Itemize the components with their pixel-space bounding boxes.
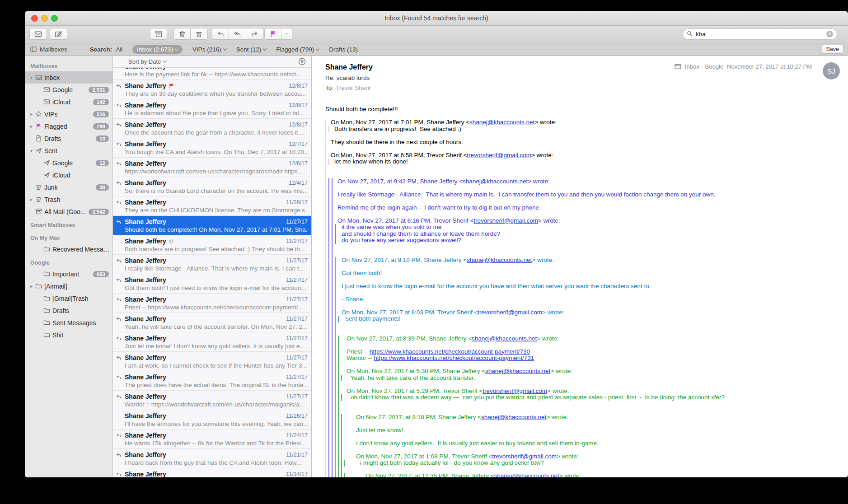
message-list-row[interactable]: Shane Jeffery11/27/17Both transfers are … [113,235,311,255]
clear-search-icon[interactable]: ✕ [826,31,833,37]
row-preview: He wants 15k altogether -- 8k for the Wa… [125,439,308,448]
sidebar-item-all-mail-goo[interactable]: All Mail (Goo...2,542 [25,205,112,218]
sidebar-item-label: iCloud [52,172,112,179]
sidebar-item-drafts[interactable]: Drafts13 [25,132,112,145]
disclosure-triangle-icon[interactable]: ▸ [30,284,35,289]
email-link[interactable]: shanej@khaccounts.net [469,119,534,126]
sidebar-item-google[interactable]: Google2,531 [25,84,112,96]
favorites-item-sent[interactable]: Sent (12) [236,46,267,53]
search-field[interactable]: ✕ [683,28,837,40]
sidebar-item-flagged[interactable]: ▸Flagged799 [25,120,112,132]
mailboxes-toggle-button[interactable]: Mailboxes [30,46,67,53]
message-list-row[interactable]: Shane Jeffery11/27/17I really like Storm… [113,255,311,274]
sidebar-item-inbox[interactable]: ▾Inbox [25,71,112,84]
sidebar-item-recovered-messages[interactable]: Recovered Messages... [25,243,112,255]
favorites-item-drafts[interactable]: Drafts (13) [329,46,358,53]
email-link[interactable]: shanej@khaccounts.net [481,414,546,420]
row-sender: Shane Jeffery [125,238,166,245]
sidebar-item-sent[interactable]: ▾Sent [25,145,112,157]
message-list-row[interactable]: Shane Jeffery11/27/17The priest does hav… [113,371,311,391]
email-link[interactable]: trevorsherif@gmail.com [492,453,557,460]
message-list-row[interactable]: Shane Jeffery12/8/17Here is the payment … [113,68,311,80]
quote-bar [335,362,336,369]
disclosure-triangle-icon[interactable]: ▸ [30,112,35,117]
filter-icon[interactable] [298,58,306,67]
message-list-row[interactable]: Shane Jeffery12/8/17He is adamant about … [113,99,311,119]
get-mail-button[interactable] [29,28,47,40]
message-list-row[interactable]: Shane Jeffery12/8/17They are on 30 day c… [113,80,311,99]
sidebar-item-airmail[interactable]: ▸[Airmail] [25,280,112,292]
message-list-row[interactable]: Shane Jeffery12/6/17https://worldofwarcr… [113,158,311,177]
disclosure-triangle-icon[interactable]: ▸ [30,124,35,129]
message-list-row[interactable]: Shane Jeffery11/27/17Priest -- https://w… [113,294,311,313]
message-list-row[interactable]: Shane Jeffery11/14/17 [113,468,311,477]
quote-bar [332,427,333,434]
sidebar-item-shit[interactable]: Shit [25,329,112,341]
message-list-row[interactable]: Shane Jeffery11/27/17Warrior :: https://… [113,391,311,410]
email-link[interactable]: trevorsherif@gmail.com [478,309,542,316]
delete-button[interactable] [173,28,191,40]
message-list-row[interactable]: Shane Jeffery11/28/17They are on the CHU… [113,196,311,216]
email-link[interactable]: trevorsherif@gmail.com [467,152,531,159]
message-list-row[interactable]: Shane Jeffery11/27/17Should both be comp… [113,216,311,235]
email-link[interactable]: shanej@khaccounts.net [494,472,559,477]
row-date: 11/24/17 [286,432,308,439]
search-input[interactable] [695,30,826,38]
quote-bar [335,231,336,238]
message-list-row[interactable]: Shane Jeffery11/21/17I heard back from t… [113,449,311,468]
email-link[interactable]: shanej@khaccounts.net [485,368,550,374]
unread-badge: 38 [96,184,109,191]
forward-button[interactable] [246,28,263,40]
email-link[interactable]: https://www.khaccounts.net/checkout/acco… [374,355,534,361]
email-link[interactable]: shanej@khaccounts.net [467,257,532,263]
message-list-row[interactable]: Shane Jeffery11/27/17I am at work, so I … [113,352,311,371]
favorites-item-flagged[interactable]: Flagged (799) [276,46,319,53]
favorites-item-vips[interactable]: VIPs (216) [192,46,226,53]
message-list-row[interactable]: Shane Jeffery12/4/17So, there is no Scar… [113,177,311,196]
disclosure-triangle-icon[interactable]: ▾ [30,148,35,153]
message-list-row[interactable]: Shane Jeffery11/26/17I'll have the armor… [113,410,311,429]
message-list-row[interactable]: Shane Jeffery11/27/17Yeah, he will take … [113,313,311,332]
sidebar-item-trash[interactable]: ▸Trash [25,193,112,205]
sort-by-date-label[interactable]: Sort by Date [128,58,161,65]
reply-all-button[interactable] [229,28,246,40]
reply-arrow-icon [116,452,122,458]
favorites-item-inbox[interactable]: Inbox (2,673) [132,45,183,54]
recipient-name[interactable]: Trevor Sherif [336,84,371,91]
disclosure-triangle-icon[interactable]: ▾ [30,75,35,80]
sidebar-item-icloud[interactable]: iCloud142 [25,96,112,108]
title-bar[interactable]: Inbox (Found 54 matches for search) [25,11,848,26]
body-blank-line [325,420,839,427]
flag-button[interactable] [264,28,281,40]
sidebar-item-sent-messages[interactable]: Sent Messages [25,317,112,329]
disclosure-triangle-icon[interactable]: ▸ [30,197,35,202]
email-link[interactable]: shanej@khaccounts.net [472,335,537,342]
flag-menu-button[interactable] [281,28,292,40]
compose-button[interactable] [50,28,67,40]
reply-button[interactable] [212,28,229,40]
message-list-row[interactable]: Shane Jeffery11/24/17He wants 15k altoge… [113,429,311,449]
quote-bar [325,447,326,453]
sidebar-item-junk[interactable]: Junk38 [25,181,112,193]
email-link[interactable]: trevorsherif@gmail.com [473,217,538,224]
quote-bar [335,257,336,264]
junk-button[interactable] [191,28,208,40]
message-list-row[interactable]: Shane Jeffery12/8/17Once the account has… [113,119,311,138]
sidebar-item-icloud[interactable]: iCloud [25,169,112,181]
message-list-row[interactable]: Shane Jeffery11/27/17Just let me know! I… [113,332,311,352]
message-list-row[interactable]: Shane Jeffery12/7/17You bough the CA and… [113,138,311,158]
sort-bar[interactable]: Sort by Date [113,56,311,68]
search-scope-all[interactable]: All [116,46,122,53]
sidebar-item-drafts[interactable]: Drafts [25,304,112,317]
email-link[interactable]: trevorsherif@gmail.com [483,387,547,394]
sidebar-item-google[interactable]: Google12 [25,157,112,169]
archive-button[interactable] [150,28,167,40]
message-list-row[interactable]: Shane Jeffery11/27/17Got them both! I ju… [113,274,311,294]
save-search-button[interactable]: Save [822,45,844,54]
sidebar-item-important[interactable]: Important683 [25,268,112,280]
email-link[interactable]: https://www.khaccounts.net/checkout/acco… [370,348,530,355]
sidebar-item-vips[interactable]: ▸VIPs216 [25,108,112,120]
quote-bar [335,467,336,473]
email-link[interactable]: shanej@khaccounts.net [463,178,528,185]
sidebar-item-gmail-trash[interactable]: [Gmail]Trash [25,292,112,304]
